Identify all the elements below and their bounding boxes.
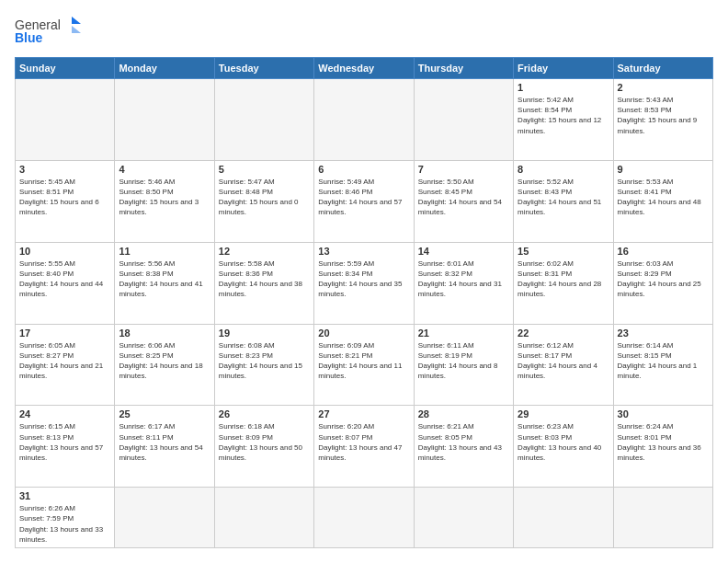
day-number: 25 <box>119 408 210 419</box>
day-cell <box>16 79 115 161</box>
day-cell: 17Sunrise: 6:05 AM Sunset: 8:27 PM Dayli… <box>16 324 115 406</box>
day-cell: 31Sunrise: 6:26 AM Sunset: 7:59 PM Dayli… <box>16 488 115 548</box>
day-cell: 6Sunrise: 5:49 AM Sunset: 8:46 PM Daylig… <box>314 160 414 242</box>
day-number: 24 <box>19 408 110 419</box>
day-cell: 13Sunrise: 5:59 AM Sunset: 8:34 PM Dayli… <box>314 242 414 324</box>
day-info: Sunrise: 5:59 AM Sunset: 8:34 PM Dayligh… <box>318 259 409 300</box>
day-info: Sunrise: 6:21 AM Sunset: 8:05 PM Dayligh… <box>418 421 509 463</box>
day-cell: 15Sunrise: 6:02 AM Sunset: 8:31 PM Dayli… <box>514 242 613 324</box>
day-info: Sunrise: 5:45 AM Sunset: 8:51 PM Dayligh… <box>19 177 110 218</box>
day-number: 4 <box>119 164 210 175</box>
day-info: Sunrise: 5:52 AM Sunset: 8:43 PM Dayligh… <box>518 177 609 218</box>
day-cell: 2Sunrise: 5:43 AM Sunset: 8:53 PM Daylig… <box>613 79 712 161</box>
day-info: Sunrise: 6:02 AM Sunset: 8:31 PM Dayligh… <box>518 259 609 300</box>
day-info: Sunrise: 6:24 AM Sunset: 8:01 PM Dayligh… <box>618 421 709 463</box>
day-cell: 24Sunrise: 6:15 AM Sunset: 8:13 PM Dayli… <box>16 406 115 488</box>
day-info: Sunrise: 5:56 AM Sunset: 8:38 PM Dayligh… <box>119 259 210 300</box>
day-cell: 14Sunrise: 6:01 AM Sunset: 8:32 PM Dayli… <box>414 242 513 324</box>
week-row-2: 3Sunrise: 5:45 AM Sunset: 8:51 PM Daylig… <box>16 160 713 242</box>
day-number: 19 <box>219 327 310 339</box>
day-number: 11 <box>119 246 210 257</box>
day-cell <box>514 488 613 548</box>
day-number: 31 <box>19 490 110 501</box>
day-info: Sunrise: 6:03 AM Sunset: 8:29 PM Dayligh… <box>618 259 709 300</box>
day-cell: 12Sunrise: 5:58 AM Sunset: 8:36 PM Dayli… <box>214 242 313 324</box>
day-cell: 25Sunrise: 6:17 AM Sunset: 8:11 PM Dayli… <box>115 406 214 488</box>
day-number: 15 <box>518 246 609 257</box>
day-info: Sunrise: 6:09 AM Sunset: 8:21 PM Dayligh… <box>318 340 409 382</box>
week-row-5: 24Sunrise: 6:15 AM Sunset: 8:13 PM Dayli… <box>16 406 713 488</box>
day-number: 9 <box>618 164 709 175</box>
week-row-4: 17Sunrise: 6:05 AM Sunset: 8:27 PM Dayli… <box>16 324 713 406</box>
weekday-sunday: Sunday <box>16 58 115 79</box>
day-cell: 18Sunrise: 6:06 AM Sunset: 8:25 PM Dayli… <box>115 324 214 406</box>
weekday-wednesday: Wednesday <box>314 58 414 79</box>
week-row-6: 31Sunrise: 6:26 AM Sunset: 7:59 PM Dayli… <box>16 488 713 548</box>
day-number: 29 <box>518 408 609 419</box>
day-info: Sunrise: 6:14 AM Sunset: 8:15 PM Dayligh… <box>618 340 709 382</box>
day-cell: 29Sunrise: 6:23 AM Sunset: 8:03 PM Dayli… <box>514 406 613 488</box>
day-info: Sunrise: 6:05 AM Sunset: 8:27 PM Dayligh… <box>19 340 110 382</box>
day-cell: 16Sunrise: 6:03 AM Sunset: 8:29 PM Dayli… <box>613 242 712 324</box>
svg-text:Blue: Blue <box>15 30 43 45</box>
day-info: Sunrise: 6:18 AM Sunset: 8:09 PM Dayligh… <box>219 421 310 463</box>
day-cell <box>115 488 214 548</box>
day-info: Sunrise: 6:23 AM Sunset: 8:03 PM Dayligh… <box>518 421 609 463</box>
day-cell: 21Sunrise: 6:11 AM Sunset: 8:19 PM Dayli… <box>414 324 513 406</box>
day-info: Sunrise: 6:26 AM Sunset: 7:59 PM Dayligh… <box>19 503 110 545</box>
day-number: 30 <box>618 408 709 419</box>
day-number: 3 <box>19 164 110 175</box>
day-cell: 26Sunrise: 6:18 AM Sunset: 8:09 PM Dayli… <box>214 406 313 488</box>
svg-marker-2 <box>72 17 81 24</box>
day-number: 27 <box>318 408 409 419</box>
day-cell: 27Sunrise: 6:20 AM Sunset: 8:07 PM Dayli… <box>314 406 414 488</box>
week-row-3: 10Sunrise: 5:55 AM Sunset: 8:40 PM Dayli… <box>16 242 713 324</box>
logo-svg: GeneralBlue <box>15 15 88 48</box>
day-cell: 19Sunrise: 6:08 AM Sunset: 8:23 PM Dayli… <box>214 324 313 406</box>
day-cell: 5Sunrise: 5:47 AM Sunset: 8:48 PM Daylig… <box>214 160 313 242</box>
day-cell: 23Sunrise: 6:14 AM Sunset: 8:15 PM Dayli… <box>613 324 712 406</box>
day-info: Sunrise: 5:43 AM Sunset: 8:53 PM Dayligh… <box>618 95 709 136</box>
weekday-saturday: Saturday <box>613 58 712 79</box>
day-number: 13 <box>318 246 409 257</box>
day-info: Sunrise: 5:58 AM Sunset: 8:36 PM Dayligh… <box>219 259 310 300</box>
day-number: 2 <box>618 82 709 93</box>
day-info: Sunrise: 5:49 AM Sunset: 8:46 PM Dayligh… <box>318 177 409 218</box>
weekday-tuesday: Tuesday <box>214 58 313 79</box>
day-info: Sunrise: 6:08 AM Sunset: 8:23 PM Dayligh… <box>219 340 310 382</box>
day-cell: 3Sunrise: 5:45 AM Sunset: 8:51 PM Daylig… <box>16 160 115 242</box>
day-number: 10 <box>19 246 110 257</box>
day-info: Sunrise: 5:50 AM Sunset: 8:45 PM Dayligh… <box>418 177 509 218</box>
day-number: 28 <box>418 408 509 419</box>
day-cell: 1Sunrise: 5:42 AM Sunset: 8:54 PM Daylig… <box>514 79 613 161</box>
day-number: 20 <box>318 327 409 339</box>
day-cell <box>115 79 214 161</box>
day-cell: 22Sunrise: 6:12 AM Sunset: 8:17 PM Dayli… <box>514 324 613 406</box>
day-cell <box>414 488 513 548</box>
day-number: 12 <box>219 246 310 257</box>
day-cell: 10Sunrise: 5:55 AM Sunset: 8:40 PM Dayli… <box>16 242 115 324</box>
day-info: Sunrise: 5:46 AM Sunset: 8:50 PM Dayligh… <box>119 177 210 218</box>
weekday-monday: Monday <box>115 58 214 79</box>
day-info: Sunrise: 6:01 AM Sunset: 8:32 PM Dayligh… <box>418 259 509 300</box>
calendar: SundayMondayTuesdayWednesdayThursdayFrid… <box>15 57 713 548</box>
day-number: 26 <box>219 408 310 419</box>
day-number: 18 <box>119 327 210 339</box>
day-number: 23 <box>618 327 709 339</box>
weekday-row: SundayMondayTuesdayWednesdayThursdayFrid… <box>16 58 713 79</box>
day-number: 22 <box>518 327 609 339</box>
day-cell: 30Sunrise: 6:24 AM Sunset: 8:01 PM Dayli… <box>613 406 712 488</box>
week-row-1: 1Sunrise: 5:42 AM Sunset: 8:54 PM Daylig… <box>16 79 713 161</box>
day-cell <box>214 488 313 548</box>
weekday-friday: Friday <box>514 58 613 79</box>
svg-marker-3 <box>72 26 81 33</box>
day-cell <box>314 488 414 548</box>
day-number: 8 <box>518 164 609 175</box>
day-number: 5 <box>219 164 310 175</box>
header: GeneralBlue <box>15 15 713 48</box>
day-info: Sunrise: 5:55 AM Sunset: 8:40 PM Dayligh… <box>19 259 110 300</box>
day-cell: 20Sunrise: 6:09 AM Sunset: 8:21 PM Dayli… <box>314 324 414 406</box>
day-number: 21 <box>418 327 509 339</box>
day-info: Sunrise: 6:17 AM Sunset: 8:11 PM Dayligh… <box>119 421 210 463</box>
day-number: 7 <box>418 164 509 175</box>
